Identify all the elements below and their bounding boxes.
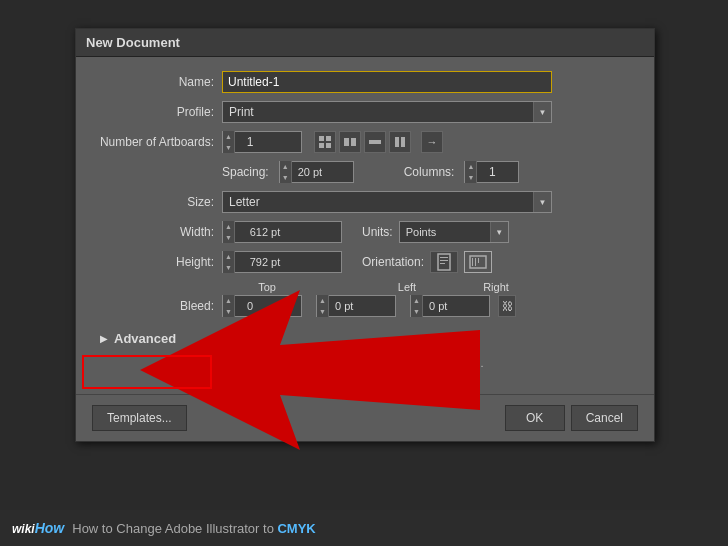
columns-value: 1	[477, 165, 507, 179]
bleed-left-updown[interactable]: ▲ ▼	[317, 295, 329, 317]
artboards-spinner[interactable]: ▲ ▼ 1	[222, 131, 302, 153]
bleed-row: Bleed: ▲ ▼ 0 ▲ ▼ 0 pt	[92, 295, 638, 317]
artboards-updown[interactable]: ▲ ▼	[223, 131, 235, 153]
artboards-row: Number of Artboards: ▲ ▼ 1	[92, 131, 638, 153]
units-label: Units:	[362, 225, 393, 239]
bleed-left-spinner[interactable]: ▲ ▼ 0 pt	[316, 295, 396, 317]
spacing-label: Spacing:	[222, 165, 269, 179]
svg-rect-8	[401, 137, 405, 147]
height-down[interactable]: ▼	[223, 262, 234, 273]
svg-rect-2	[319, 143, 324, 148]
advanced-row[interactable]: ▶ Advanced	[92, 325, 638, 352]
color-arrow[interactable]: ▼	[363, 353, 381, 373]
height-label: Height:	[92, 255, 222, 269]
arrange-arrow[interactable]: →	[421, 131, 443, 153]
bleed-left-label: Left	[362, 281, 452, 293]
color-dropdown[interactable]: ... ▼	[222, 352, 382, 374]
orientation-label: Orientation:	[362, 255, 424, 269]
profile-dropdown-arrow[interactable]: ▼	[533, 102, 551, 122]
units-value: Points	[400, 226, 490, 238]
bleed-right-updown[interactable]: ▲ ▼	[411, 295, 423, 317]
grid-icon-2[interactable]	[339, 131, 361, 153]
grid-icon-1[interactable]	[314, 131, 336, 153]
artboards-label: Number of Artboards:	[92, 135, 222, 149]
bleed-right-up[interactable]: ▲	[411, 295, 422, 306]
spacing-down[interactable]: ▼	[280, 172, 291, 183]
grid-icons	[314, 131, 411, 153]
orientation-section: Orientation:	[362, 251, 492, 273]
columns-spinner[interactable]: ▲ ▼ 1	[464, 161, 519, 183]
bleed-right-label: Right	[456, 281, 536, 293]
spacing-spinner[interactable]: ▲ ▼ 20 pt	[279, 161, 354, 183]
spacing-updown[interactable]: ▲ ▼	[280, 161, 292, 183]
bleed-right-down[interactable]: ▼	[411, 306, 422, 317]
bleed-top-value: 0	[235, 300, 265, 312]
name-input[interactable]	[222, 71, 552, 93]
bleed-top-down[interactable]: ▼	[223, 306, 234, 317]
svg-rect-0	[319, 136, 324, 141]
bleed-top-spinner[interactable]: ▲ ▼ 0	[222, 295, 302, 317]
spacing-value: 20 pt	[292, 166, 328, 178]
wiki-how-text: How to Change Adobe Illustrator to CMYK	[72, 521, 316, 536]
width-updown[interactable]: ▲ ▼	[223, 221, 235, 243]
landscape-button[interactable]	[464, 251, 492, 273]
profile-row: Profile: Print ▼	[92, 101, 638, 123]
svg-rect-14	[472, 258, 473, 266]
new-document-dialog: New Document Name: Profile: Print ▼ Numb…	[75, 28, 655, 442]
bleed-link-icon[interactable]: ⛓	[498, 295, 516, 317]
svg-rect-15	[475, 258, 476, 266]
grid-icon-4[interactable]	[389, 131, 411, 153]
size-dropdown[interactable]: Letter ▼	[222, 191, 552, 213]
button-row: Templates... OK Cancel	[76, 394, 654, 441]
bleed-left-up[interactable]: ▲	[317, 295, 328, 306]
dialog-titlebar: New Document	[76, 29, 654, 57]
artboards-up[interactable]: ▲	[223, 131, 234, 142]
cancel-button[interactable]: Cancel	[571, 405, 638, 431]
columns-label: Columns:	[404, 165, 455, 179]
svg-rect-7	[395, 137, 399, 147]
svg-rect-4	[344, 138, 349, 146]
profile-dropdown[interactable]: Print ▼	[222, 101, 552, 123]
bleed-top-label: Top	[222, 281, 312, 293]
height-updown[interactable]: ▲ ▼	[223, 251, 235, 273]
wiki-cmyk-highlight: CMYK	[277, 521, 315, 536]
width-spinner[interactable]: ▲ ▼ 612 pt	[222, 221, 342, 243]
width-up[interactable]: ▲	[223, 221, 234, 232]
svg-rect-16	[478, 258, 479, 263]
ok-button[interactable]: OK	[505, 405, 565, 431]
bleed-right-spinner[interactable]: ▲ ▼ 0 pt	[410, 295, 490, 317]
svg-rect-10	[440, 257, 448, 258]
align-label: ...gn to Pixel Grid...	[390, 357, 484, 369]
size-row: Size: Letter ▼	[92, 191, 638, 213]
units-arrow[interactable]: ▼	[490, 222, 508, 242]
portrait-button[interactable]	[430, 251, 458, 273]
bleed-left-down[interactable]: ▼	[317, 306, 328, 317]
bleed-top-updown[interactable]: ▲ ▼	[223, 295, 235, 317]
bleed-left-value: 0 pt	[329, 300, 359, 312]
width-down[interactable]: ▼	[223, 232, 234, 243]
spacing-row: Spacing: ▲ ▼ 20 pt Columns: ▲ ▼ 1	[92, 161, 638, 183]
spacing-up[interactable]: ▲	[280, 161, 291, 172]
height-row: Height: ▲ ▼ 792 pt Orientation:	[92, 251, 638, 273]
name-label: Name:	[92, 75, 222, 89]
height-up[interactable]: ▲	[223, 251, 234, 262]
columns-updown[interactable]: ▲ ▼	[465, 161, 477, 183]
bleed-top-up[interactable]: ▲	[223, 295, 234, 306]
color-row: Col... ... ▼ ...gn to Pixel Grid...	[92, 352, 638, 374]
width-label: Width:	[92, 225, 222, 239]
height-spinner[interactable]: ▲ ▼ 792 pt	[222, 251, 342, 273]
bleed-inputs: ▲ ▼ 0 ▲ ▼ 0 pt ▲	[222, 295, 516, 317]
profile-label: Profile:	[92, 105, 222, 119]
columns-down[interactable]: ▼	[465, 172, 476, 183]
outer-wrapper: New Document Name: Profile: Print ▼ Numb…	[0, 0, 728, 546]
size-label: Size:	[92, 195, 222, 209]
units-dropdown[interactable]: Points ▼	[399, 221, 509, 243]
grid-icon-3[interactable]	[364, 131, 386, 153]
artboards-down[interactable]: ▼	[223, 142, 234, 153]
bleed-labels-row: Top Left Right	[92, 281, 638, 293]
bleed-right-value: 0 pt	[423, 300, 453, 312]
size-dropdown-arrow[interactable]: ▼	[533, 192, 551, 212]
columns-up[interactable]: ▲	[465, 161, 476, 172]
svg-rect-6	[369, 140, 381, 144]
templates-button[interactable]: Templates...	[92, 405, 187, 431]
